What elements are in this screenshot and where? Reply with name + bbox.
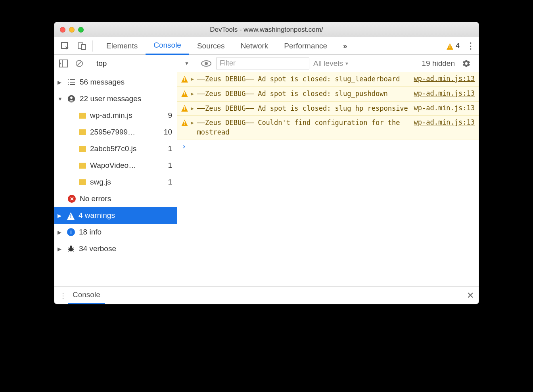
sidebar-file-item[interactable]: 2595e7999… 10 [54, 124, 177, 140]
message-text: ––Zeus DEBUG–– Ad spot is closed: slug_l… [197, 75, 411, 84]
svg-point-17 [69, 247, 73, 252]
svg-point-16 [70, 96, 73, 99]
sidebar-item-messages[interactable]: ▶ 56 messages [54, 74, 177, 90]
tab-sources[interactable]: Sources [189, 37, 233, 55]
tab-performance[interactable]: Performance [276, 37, 335, 55]
tab-console[interactable]: Console [146, 37, 189, 55]
file-name: 2595e7999… [90, 128, 135, 136]
svg-line-23 [68, 250, 69, 252]
list-icon [67, 79, 76, 86]
expand-icon[interactable]: ▶ [191, 77, 194, 82]
console-message[interactable]: ! ▶ ––Zeus DEBUG–– Ad spot is closed: sl… [177, 86, 479, 102]
sidebar-item-warnings[interactable]: ▶ ! 4 warnings [54, 207, 177, 224]
file-count: 1 [168, 161, 172, 170]
titlebar: DevTools - www.washingtonpost.com/ [54, 22, 479, 37]
panel-tabs: Elements Console Sources Network Perform… [98, 37, 355, 55]
toggle-sidebar-icon[interactable] [58, 60, 69, 67]
sidebar-file-item[interactable]: wp-ad.min.js 9 [54, 107, 177, 124]
chevron-right-icon: ▶ [58, 246, 63, 252]
warning-icon: ! [181, 76, 188, 83]
console-message[interactable]: ! ▶ ––Zeus DEBUG–– Ad spot is closed: sl… [177, 72, 479, 87]
svg-line-19 [68, 248, 70, 249]
chevron-right-icon: ▶ [58, 79, 63, 85]
hidden-count[interactable]: 19 hidden [419, 59, 458, 68]
main-toolbar: Elements Console Sources Network Perform… [54, 37, 479, 55]
filter-input[interactable] [216, 58, 309, 69]
console-body: ▶ 56 messages ▼ 22 user messages wp-ad.m… [54, 72, 479, 286]
message-text: ––Zeus DEBUG–– Ad spot is closed: slug_p… [197, 89, 411, 99]
console-message[interactable]: ! ▶ ––Zeus DEBUG–– Couldn't find configu… [177, 115, 479, 140]
error-icon: ✕ [68, 195, 76, 203]
messages-label: 56 messages [80, 78, 125, 86]
message-text: ––Zeus DEBUG–– Ad spot is closed: slug_h… [197, 104, 411, 113]
close-icon[interactable]: ✕ [467, 290, 474, 301]
chevron-down-icon: ▼ [58, 96, 63, 102]
context-value: top [96, 59, 107, 68]
context-selector[interactable]: top ▼ [93, 58, 192, 69]
warning-icon: ! [181, 105, 188, 112]
warnings-count: 4 [456, 42, 460, 50]
chevron-down-icon: ▼ [345, 61, 349, 66]
warning-icon: ! [181, 90, 188, 97]
sidebar-item-info[interactable]: ▶ i 18 info [54, 224, 177, 240]
drawer-menu-icon[interactable]: ⋮ [59, 291, 68, 300]
expand-icon[interactable]: ▶ [191, 91, 194, 96]
sidebar-file-item[interactable]: WapoVideo… 1 [54, 157, 177, 174]
expand-icon[interactable]: ▶ [191, 106, 194, 111]
file-count: 10 [164, 128, 172, 136]
settings-icon[interactable] [462, 59, 475, 68]
svg-line-6 [77, 61, 82, 66]
sidebar-item-verbose[interactable]: ▶ 34 verbose [54, 240, 177, 257]
chevron-down-icon: ▼ [184, 61, 189, 66]
sidebar-file-item[interactable]: swg.js 1 [54, 174, 177, 190]
info-icon: i [67, 228, 75, 236]
sidebar-item-errors[interactable]: ✕ No errors [54, 190, 177, 207]
drawer-tab-console[interactable]: Console [68, 287, 105, 304]
live-expression-icon[interactable] [200, 60, 212, 67]
log-levels-selector[interactable]: All levels ▼ [313, 59, 349, 68]
file-name: WapoVideo… [90, 161, 136, 170]
window-title: DevTools - www.washingtonpost.com/ [54, 26, 479, 34]
chevron-right-icon: ▶ [58, 213, 63, 219]
menu-icon[interactable]: ⋮ [465, 41, 476, 51]
message-source[interactable]: wp-ad.min.js:13 [414, 118, 475, 126]
warning-icon: ! [67, 212, 75, 220]
svg-rect-2 [82, 44, 85, 50]
file-count: 9 [168, 111, 172, 120]
tab-elements[interactable]: Elements [98, 37, 146, 55]
console-message[interactable]: ! ▶ ––Zeus DEBUG–– Ad spot is closed: sl… [177, 101, 479, 116]
levels-label: All levels [313, 59, 343, 68]
console-toolbar: top ▼ All levels ▼ 19 hidden [54, 55, 479, 72]
expand-icon[interactable]: ▶ [191, 120, 194, 125]
file-name: 2abcb5f7c0.js [90, 144, 136, 153]
info-label: 18 info [79, 228, 102, 236]
message-source[interactable]: wp-ad.min.js:13 [414, 75, 475, 83]
file-count: 1 [168, 178, 172, 186]
svg-point-8 [205, 62, 208, 65]
file-name: swg.js [90, 178, 111, 186]
tab-network[interactable]: Network [233, 37, 276, 55]
user-icon [67, 94, 76, 103]
warnings-badge[interactable]: ! 4 [447, 42, 460, 50]
more-tabs-icon[interactable]: » [335, 37, 355, 55]
message-source[interactable]: wp-ad.min.js:13 [414, 89, 475, 97]
folder-icon [79, 113, 86, 119]
warning-icon: ! [447, 43, 453, 50]
separator [92, 40, 93, 52]
inspect-element-icon[interactable] [57, 42, 73, 50]
folder-icon [79, 129, 86, 135]
sidebar-file-item[interactable]: 2abcb5f7c0.js 1 [54, 140, 177, 157]
warning-icon: ! [181, 119, 188, 126]
console-output: ! ▶ ––Zeus DEBUG–– Ad spot is closed: sl… [177, 72, 479, 286]
message-source[interactable]: wp-ad.min.js:13 [414, 104, 475, 112]
devtools-window: DevTools - www.washingtonpost.com/ Eleme… [54, 22, 479, 304]
console-prompt[interactable]: › [177, 140, 479, 153]
warnings-label: 4 warnings [79, 211, 115, 220]
svg-point-18 [70, 246, 72, 248]
svg-line-24 [72, 250, 73, 252]
clear-console-icon[interactable] [73, 59, 85, 68]
chevron-right-icon: ▶ [58, 229, 63, 235]
user-messages-label: 22 user messages [80, 94, 141, 103]
device-toggle-icon[interactable] [73, 42, 90, 50]
sidebar-item-user-messages[interactable]: ▼ 22 user messages [54, 90, 177, 107]
